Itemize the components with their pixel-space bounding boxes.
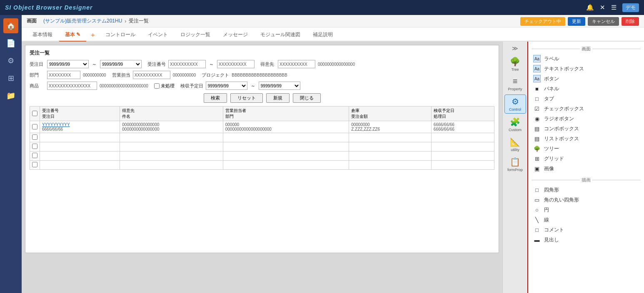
- label-eigyo: 営業担当: [112, 72, 130, 78]
- component-label[interactable]: Aa ラベル: [532, 54, 641, 64]
- tab-kihon[interactable]: 基本 ✎: [59, 29, 86, 42]
- bumon-code[interactable]: [47, 71, 80, 79]
- breadcrumb-parent[interactable]: (サンプル)販売管理システム201HU: [43, 17, 122, 25]
- component-tab[interactable]: □ タブ: [532, 94, 641, 104]
- tab-comp-text: タブ: [544, 95, 554, 102]
- empty-cell-10: [431, 142, 494, 151]
- juchu-no-from[interactable]: [168, 60, 206, 68]
- eigyo-code[interactable]: [133, 71, 170, 79]
- component-heading[interactable]: ▬ 見出し: [532, 235, 641, 245]
- row-eigyo: 00000000000000000000000000: [223, 121, 349, 133]
- shohin-code[interactable]: [47, 82, 97, 90]
- user-badge[interactable]: デモ: [622, 3, 639, 12]
- tab-kihon-joho[interactable]: 基本情報: [27, 29, 58, 42]
- reset-button[interactable]: リセット: [230, 93, 263, 103]
- checkout-button[interactable]: チェックアウト中: [520, 17, 565, 26]
- cancel-button[interactable]: キャンセル: [588, 17, 619, 26]
- component-panel-item[interactable]: ■ パネル: [532, 84, 641, 94]
- tab-message[interactable]: メッセージ: [217, 29, 254, 42]
- component-rounded-rect[interactable]: ▭ 角の丸い四角形: [532, 195, 641, 205]
- nav-property[interactable]: ≡ Property: [504, 75, 526, 93]
- row-checkbox-2[interactable]: [32, 134, 37, 140]
- kenshu-from[interactable]: 9999/99/99: [206, 82, 247, 90]
- juchu-bi-to[interactable]: 9999/99/99: [100, 60, 142, 68]
- kenshu-to[interactable]: 9999/99/99: [259, 82, 300, 90]
- component-rect[interactable]: □ 四角形: [532, 185, 641, 195]
- empty-checkbox-3: [30, 151, 40, 161]
- juchu-bi-from[interactable]: 9999/99/99: [47, 60, 89, 68]
- empty-cell-17: [120, 161, 223, 170]
- empty-cell-15: [431, 151, 494, 161]
- tab-module[interactable]: モジュール関連図: [255, 29, 306, 42]
- tree-comp-icon: 🌳: [533, 145, 541, 152]
- notification-icon[interactable]: 🔔: [586, 4, 594, 11]
- col-kenshu-header: 検収予定日処理日: [431, 107, 494, 121]
- expand-button[interactable]: ≫: [504, 43, 526, 53]
- nav-control[interactable]: ⚙ Control: [504, 94, 526, 114]
- nav-utility[interactable]: 📐 utility: [504, 135, 526, 154]
- label-juchu-no: 受注番号: [147, 61, 166, 67]
- image-comp-text: 画像: [544, 165, 554, 172]
- component-panel: 画面 Aa ラベル Aa テキストボックス Aa ボタン ■ パネル: [527, 42, 644, 293]
- row-checkbox-5[interactable]: [32, 162, 37, 167]
- tab-add-button[interactable]: ＋: [87, 31, 99, 40]
- label-comp-text: ラベル: [544, 55, 559, 62]
- breadcrumb-bar: 画面 (サンプル)販売管理システム201HU › 受注一覧 チェックアウト中 更…: [22, 15, 644, 27]
- update-button[interactable]: 更新: [568, 17, 585, 26]
- empty-cell-8: [223, 142, 349, 151]
- search-button[interactable]: 検索: [204, 93, 227, 103]
- bumon-name: 0000000000: [83, 73, 106, 77]
- nav-custom[interactable]: 🧩 Custom: [504, 115, 526, 134]
- content-row: 受注一覧 受注日 9999/99/99 ～ 9999/99/99 受注番号 ～ …: [22, 42, 644, 293]
- component-grid[interactable]: ⊞ グリッド: [532, 154, 641, 164]
- sidebar-page[interactable]: 📄: [3, 36, 18, 51]
- row-checkbox[interactable]: [32, 124, 37, 129]
- panel-comp-text: パネル: [544, 85, 559, 92]
- empty-cell-2: [120, 133, 223, 142]
- mishori-checkbox[interactable]: [154, 83, 160, 89]
- component-button[interactable]: Aa ボタン: [532, 74, 641, 84]
- excel-icon[interactable]: ✕: [600, 4, 605, 11]
- textbox-comp-text: テキストボックス: [544, 65, 584, 72]
- component-textbox[interactable]: Aa テキストボックス: [532, 64, 641, 74]
- component-checkbox[interactable]: ☑ チェックボックス: [532, 104, 641, 114]
- section-gaimen-label: 画面: [582, 46, 591, 52]
- mid-nav: ≫ 🌳 Tree ≡ Property ⚙ Control 🧩 Custom: [502, 42, 527, 293]
- table-row-empty-3: [30, 151, 494, 161]
- menu-icon[interactable]: ☰: [611, 4, 617, 11]
- nav-tree[interactable]: 🌳 Tree: [504, 55, 526, 73]
- component-image[interactable]: ▣ 画像: [532, 164, 641, 174]
- component-combo[interactable]: ▤ コンボボックス: [532, 124, 641, 134]
- row-checkbox-3[interactable]: [32, 144, 37, 149]
- empty-cell-12: [120, 151, 223, 161]
- row-checkbox-4[interactable]: [32, 153, 37, 158]
- component-comment[interactable]: □ コメント: [532, 225, 641, 235]
- tokuisaki-code[interactable]: [278, 60, 315, 68]
- sidebar-home[interactable]: 🏠: [3, 18, 18, 33]
- checkbox-comp-icon: ☑: [533, 105, 541, 112]
- main-area: 画面 (サンプル)販売管理システム201HU › 受注一覧 チェックアウト中 更…: [22, 15, 644, 293]
- new-button[interactable]: 新規: [266, 93, 290, 103]
- component-circle[interactable]: ○ 円: [532, 205, 641, 215]
- tab-note[interactable]: 補足説明: [307, 29, 339, 42]
- tab-control[interactable]: コントロール: [100, 29, 141, 42]
- sidebar-folder[interactable]: 📁: [3, 88, 18, 103]
- delete-button[interactable]: 削除: [622, 17, 639, 26]
- tab-event[interactable]: イベント: [142, 29, 174, 42]
- sidebar-grid[interactable]: ⊞: [3, 71, 18, 86]
- component-line[interactable]: ╲ 線: [532, 215, 641, 225]
- juchu-no-link[interactable]: YYYYYYYYYY: [42, 122, 70, 127]
- close-button[interactable]: 閉じる: [293, 93, 321, 103]
- empty-cell-1: [40, 133, 120, 142]
- grid-comp-icon: ⊞: [533, 155, 541, 162]
- juchu-no-to[interactable]: [217, 60, 255, 68]
- component-radio[interactable]: ◉ ラジオボタン: [532, 114, 641, 124]
- nav-formprop[interactable]: 📋 formProp: [504, 155, 526, 174]
- sidebar-settings[interactable]: ⚙: [3, 53, 18, 68]
- component-tree[interactable]: 🌳 ツリー: [532, 144, 641, 154]
- select-all-checkbox[interactable]: [32, 111, 37, 116]
- tab-logic[interactable]: ロジック一覧: [175, 29, 216, 42]
- combo-comp-icon: ▤: [533, 125, 541, 132]
- mishori-checkbox-wrap: 未処理: [154, 83, 175, 89]
- component-listbox[interactable]: ▤ リストボックス: [532, 134, 641, 144]
